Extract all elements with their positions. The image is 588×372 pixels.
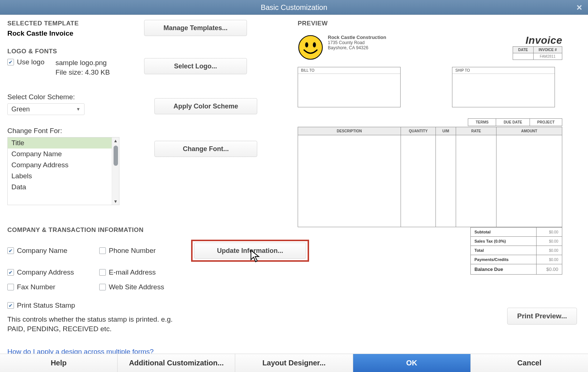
- status-note-1: This controls whether the status stamp i…: [7, 315, 228, 324]
- selected-template-label: SELECTED TEMPLATE: [7, 20, 79, 27]
- scroll-thumb[interactable]: [114, 146, 118, 166]
- scroll-up-icon[interactable]: ▲: [114, 137, 118, 144]
- status-note-2: PAID, PENDING, RECEIVED etc.: [7, 324, 228, 334]
- close-icon[interactable]: ×: [577, 0, 582, 15]
- help-button[interactable]: Help: [0, 354, 118, 372]
- apply-color-scheme-button[interactable]: Apply Color Scheme: [154, 98, 257, 114]
- checkbox-icon[interactable]: [7, 284, 14, 290]
- manage-templates-button[interactable]: Manage Templates...: [144, 20, 247, 36]
- print-preview-button[interactable]: Print Preview...: [507, 308, 577, 325]
- template-name: Rock Castle Invoice: [7, 29, 79, 37]
- font-item-title[interactable]: Title: [8, 137, 119, 149]
- company-address-checkbox[interactable]: Company Address: [7, 268, 99, 276]
- company-name-checkbox[interactable]: Company Name: [7, 247, 99, 255]
- highlight-box: Update Information...: [191, 240, 309, 262]
- svg-point-0: [299, 36, 322, 59]
- font-item-company-address[interactable]: Company Address: [8, 160, 119, 171]
- scrollbar[interactable]: ▲ ▼: [112, 137, 119, 205]
- checkbox-icon[interactable]: [99, 269, 106, 276]
- pv-shipto-box: SHIP TO: [452, 67, 555, 107]
- cancel-button[interactable]: Cancel: [471, 354, 588, 372]
- use-logo-label: Use logo: [17, 58, 44, 66]
- company-info-label: COMPANY & TRANSACTION INFORMATION: [7, 226, 291, 234]
- font-listbox[interactable]: Title Company Name Company Address Label…: [7, 137, 119, 205]
- preview-label: PREVIEW: [298, 20, 577, 27]
- print-status-stamp-checkbox[interactable]: Print Status Stamp: [7, 301, 75, 310]
- svg-point-2: [313, 42, 316, 47]
- layout-designer-button[interactable]: Layout Designer...: [235, 354, 353, 372]
- pv-items-table: DESCRIPTION QUANTITY U/M RATE AMOUNT: [298, 127, 562, 227]
- pv-invoice-title: Invoice: [513, 35, 562, 46]
- invoice-preview: Rock Castle Construction 1735 County Roa…: [298, 35, 562, 275]
- color-scheme-value: Green: [11, 105, 30, 113]
- pv-address2: Bayshore, CA 94326: [328, 45, 386, 50]
- checkbox-icon[interactable]: [7, 269, 14, 276]
- bottom-bar: Help Additional Customization... Layout …: [0, 354, 588, 372]
- change-font-button[interactable]: Change Font...: [154, 141, 257, 157]
- change-font-label: Change Font For:: [7, 127, 154, 135]
- select-logo-button[interactable]: Select Logo...: [144, 58, 247, 74]
- additional-customization-button[interactable]: Additional Customization...: [118, 354, 235, 372]
- smiley-icon: [298, 35, 323, 60]
- use-logo-checkbox[interactable]: Use logo: [7, 58, 44, 66]
- ok-button[interactable]: OK: [353, 354, 471, 372]
- website-checkbox[interactable]: Web Site Address: [99, 283, 191, 291]
- fax-checkbox[interactable]: Fax Number: [7, 283, 99, 291]
- pv-terms-table: TERMS DUE DATE PROJECT: [298, 118, 562, 126]
- pv-totals-table: Subtotal$0.00 Sales Tax (0.0%)$0.00 Tota…: [470, 227, 562, 275]
- pv-address1: 1735 County Road: [328, 40, 386, 45]
- font-item-labels[interactable]: Labels: [8, 171, 119, 182]
- update-information-button[interactable]: Update Information...: [194, 243, 306, 259]
- checkbox-icon[interactable]: [7, 302, 14, 309]
- checkbox-icon[interactable]: [7, 59, 14, 65]
- window-title: Basic Customization: [261, 3, 327, 11]
- logo-fonts-label: LOGO & FONTS: [7, 48, 291, 55]
- svg-point-1: [305, 42, 308, 47]
- checkbox-icon[interactable]: [99, 247, 106, 254]
- pv-billto-box: BILL TO: [298, 67, 401, 107]
- pv-date-inv-table: DATEINVOICE # FAM2811: [513, 46, 562, 60]
- font-item-data[interactable]: Data: [8, 182, 119, 193]
- color-scheme-label: Select Color Scheme:: [7, 93, 154, 101]
- scroll-down-icon[interactable]: ▼: [114, 198, 118, 205]
- font-item-company-name[interactable]: Company Name: [8, 149, 119, 160]
- email-checkbox[interactable]: E-mail Address: [99, 268, 191, 276]
- logo-filesize: File size: 4.30 KB: [55, 68, 110, 77]
- titlebar: Basic Customization ×: [0, 0, 588, 15]
- checkbox-icon[interactable]: [99, 284, 106, 290]
- color-scheme-dropdown[interactable]: Green ▼: [7, 103, 85, 115]
- pv-company-name: Rock Castle Construction: [328, 35, 386, 40]
- chevron-down-icon: ▼: [76, 107, 80, 112]
- checkbox-icon[interactable]: [7, 247, 14, 254]
- logo-filename: sample logo.png: [55, 58, 110, 68]
- phone-checkbox[interactable]: Phone Number: [99, 247, 191, 255]
